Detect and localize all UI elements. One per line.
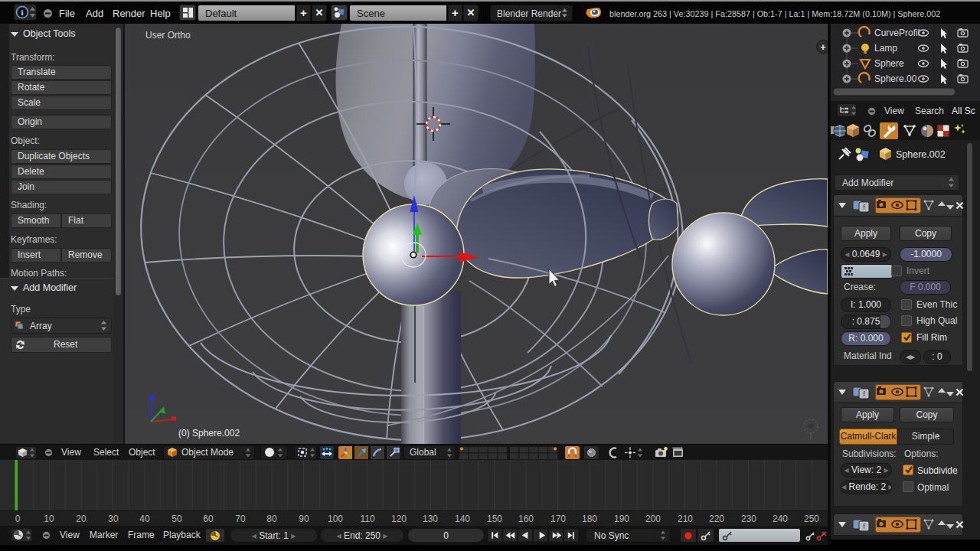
svg-text:CurveProfil: CurveProfil: [874, 28, 920, 38]
svg-text:(0) Sphere.002: (0) Sphere.002: [178, 428, 240, 439]
svg-text:+: +: [820, 41, 826, 53]
svg-text:i: i: [21, 8, 23, 17]
svg-text:Sphere: Sphere: [874, 58, 904, 69]
svg-text:User Ortho: User Ortho: [145, 30, 191, 41]
svg-text:Sphere.00: Sphere.00: [874, 73, 917, 84]
svg-text:Lamp: Lamp: [874, 43, 897, 54]
